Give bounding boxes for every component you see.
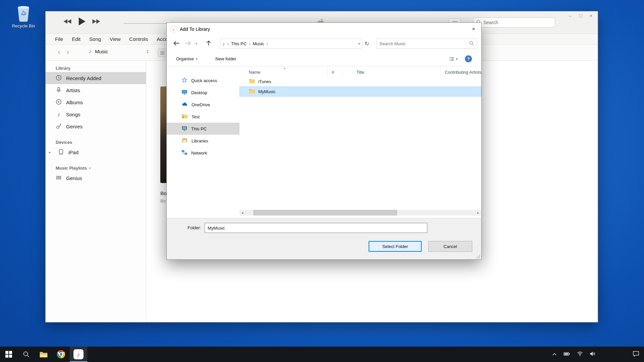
- nav-item-this-pc[interactable]: This PC: [167, 123, 239, 135]
- atom-icon: [56, 175, 62, 182]
- album-subtitle: Bo: [160, 198, 166, 203]
- taskbar-search-button[interactable]: [17, 347, 35, 362]
- network-wifi-icon[interactable]: [577, 351, 583, 357]
- address-dropdown-caret[interactable]: ▾: [358, 42, 360, 46]
- file-list-header: ▴ Name # Title Contributing Artists: [239, 66, 481, 76]
- scrollbar-track[interactable]: [245, 210, 475, 216]
- file-row-mymusic[interactable]: MyMusic: [239, 86, 481, 97]
- menu-view[interactable]: View: [110, 36, 120, 42]
- forward-button[interactable]: [184, 40, 192, 48]
- itunes-search-box[interactable]: [473, 17, 555, 27]
- horizontal-scrollbar[interactable]: ◂ ▸: [239, 210, 481, 216]
- dialog-close-button[interactable]: ×: [466, 23, 481, 36]
- back-chevron-button[interactable]: ‹: [58, 47, 60, 57]
- minimize-button[interactable]: –: [569, 13, 572, 18]
- nav-item-network[interactable]: Network: [167, 147, 239, 159]
- nav-item-quick-access[interactable]: Quick access: [167, 74, 239, 86]
- select-folder-button[interactable]: Select Folder: [369, 241, 422, 252]
- nav-item-onedrive[interactable]: OneDrive: [167, 99, 239, 111]
- new-folder-button[interactable]: New folder: [215, 56, 236, 61]
- breadcrumb-music[interactable]: Music: [253, 41, 264, 46]
- recent-locations-caret[interactable]: ▾: [196, 42, 197, 45]
- chevron-down-icon: ▾: [89, 166, 91, 170]
- itunes-app-icon: ♪: [170, 26, 177, 33]
- menu-file[interactable]: File: [55, 36, 63, 42]
- hidden-icons-chevron[interactable]: [552, 351, 557, 357]
- column-header-number[interactable]: #: [328, 66, 344, 76]
- start-button[interactable]: [0, 347, 17, 362]
- resize-grip[interactable]: [476, 254, 480, 258]
- cloud-icon: [181, 102, 188, 107]
- dialog-search-input[interactable]: [379, 41, 467, 46]
- refresh-button[interactable]: ↻: [365, 41, 369, 47]
- battery-icon[interactable]: [564, 351, 570, 357]
- itunes-taskbar-icon[interactable]: ♪: [70, 347, 87, 362]
- clock-icon: [56, 75, 62, 82]
- tablet-icon: [58, 149, 64, 156]
- updown-chevrons-icon: ▴▾: [147, 49, 148, 54]
- itunes-search-input[interactable]: [483, 20, 552, 25]
- close-button[interactable]: ×: [589, 13, 592, 18]
- forward-chevron-button[interactable]: ›: [66, 47, 69, 57]
- sidebar-header-devices: Devices: [46, 137, 146, 146]
- sidebar-header-music-playlists[interactable]: Music Playlists ▾: [46, 163, 146, 172]
- back-button[interactable]: [173, 40, 180, 48]
- dialog-navigation-pane: Quick access Desktop OneDrive Test This …: [167, 66, 239, 218]
- taskbar: ♪: [0, 347, 644, 362]
- sidebar-item-songs[interactable]: ♪ Songs: [46, 108, 146, 120]
- folder-icon: [249, 78, 255, 84]
- album-title[interactable]: Bo: [160, 190, 166, 196]
- help-button[interactable]: ?: [465, 55, 472, 62]
- up-button[interactable]: [205, 40, 212, 48]
- expand-triangle-icon[interactable]: ▸: [49, 150, 54, 155]
- cancel-button[interactable]: Cancel: [428, 241, 472, 252]
- dialog-toolbar: Organise ▾ New folder ▾ ?: [167, 52, 481, 66]
- menu-edit[interactable]: Edit: [72, 36, 80, 42]
- nav-item-test[interactable]: Test: [167, 111, 239, 123]
- fast-forward-button[interactable]: [92, 19, 101, 24]
- search-icon: [469, 41, 474, 47]
- dialog-titlebar[interactable]: ♪ Add To Library ×: [167, 23, 481, 36]
- maximize-button[interactable]: □: [579, 13, 582, 18]
- column-header-contributing-artists[interactable]: Contributing Artists: [441, 66, 481, 76]
- menu-song[interactable]: Song: [89, 36, 101, 42]
- column-header-title[interactable]: Title: [344, 66, 441, 76]
- chrome-taskbar-icon[interactable]: [52, 347, 70, 362]
- organise-button[interactable]: Organise ▾: [176, 56, 197, 61]
- volume-icon[interactable]: [590, 351, 596, 358]
- nav-item-desktop[interactable]: Desktop: [167, 86, 239, 99]
- sort-ascending-icon: ▴: [284, 66, 285, 70]
- guitar-icon: [56, 123, 62, 130]
- action-center-icon[interactable]: [633, 351, 639, 358]
- scrollbar-thumb[interactable]: [253, 210, 397, 216]
- recycle-bin-icon: [7, 5, 40, 22]
- nav-item-libraries[interactable]: Libraries: [167, 135, 239, 147]
- sidebar-item-genres[interactable]: Genres: [46, 120, 146, 132]
- recycle-bin[interactable]: Recycle Bin: [7, 5, 40, 28]
- breadcrumb-this-pc[interactable]: This PC: [231, 41, 247, 46]
- breadcrumb[interactable]: ♪ › This PC › Music › ▾: [220, 39, 362, 49]
- add-to-library-dialog: ♪ Add To Library × ▾ ♪ › This PC › Music…: [166, 22, 482, 260]
- rewind-button[interactable]: [63, 19, 72, 24]
- scroll-left-arrow[interactable]: ◂: [239, 210, 245, 216]
- file-explorer-taskbar-icon[interactable]: [35, 347, 52, 362]
- sidebar-header-library: Library: [46, 63, 146, 72]
- file-list: ▴ Name # Title Contributing Artists iTun…: [239, 66, 481, 218]
- menu-controls[interactable]: Controls: [129, 36, 148, 42]
- media-picker-dropdown[interactable]: ♪ Music ▴▾: [89, 48, 148, 55]
- sidebar-item-recently-added[interactable]: Recently Added: [46, 72, 146, 84]
- change-view-button[interactable]: ▾: [449, 57, 458, 61]
- dialog-search-box[interactable]: [376, 39, 477, 49]
- folder-name-input[interactable]: [205, 223, 427, 233]
- play-button[interactable]: [78, 17, 86, 26]
- folder-label: Folder:: [187, 225, 201, 230]
- file-row-itunes[interactable]: iTunes: [239, 76, 481, 86]
- sidebar-item-genius[interactable]: Genius: [46, 172, 146, 184]
- media-picker-label: Music: [95, 49, 108, 54]
- sidebar-item-artists[interactable]: Artists: [46, 84, 146, 96]
- microphone-icon: [56, 87, 62, 94]
- sidebar-item-ipad[interactable]: ▸ iPad: [46, 146, 146, 158]
- sidebar-item-albums[interactable]: Albums: [46, 96, 146, 108]
- scroll-right-arrow[interactable]: ▸: [475, 210, 481, 216]
- view-options-button[interactable]: [158, 49, 167, 57]
